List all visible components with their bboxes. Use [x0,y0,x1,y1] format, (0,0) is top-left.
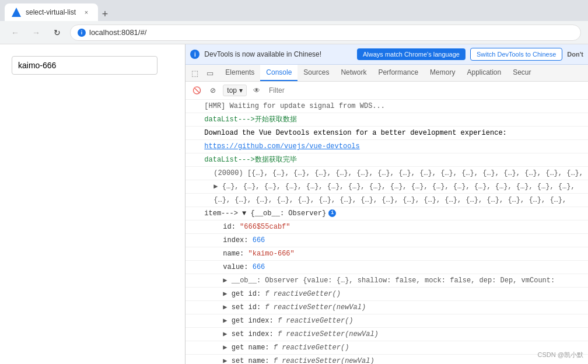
notif-text: DevTools is now available in Chinese! [204,50,352,58]
secure-icon: i [78,29,86,37]
back-button[interactable]: ← [7,24,23,41]
forward-button[interactable]: → [28,24,44,41]
tab-title: select-virtual-list [26,8,76,16]
tab-elements[interactable]: Elements [219,65,260,81]
console-toolbar: 🚫 ⊘ top ▾ 👁 [186,82,588,100]
tab-close-button[interactable]: × [82,8,91,17]
url-text: localhost:8081/#/ [89,28,146,37]
console-line: (20000) [{…}, {…}, {…}, {…}, {…}, {…}, {… [186,167,588,180]
tab-icon-group: ⬚ ▭ [188,65,217,81]
refresh-button[interactable]: ↻ [49,24,65,41]
console-line: {…}, {…}, {…}, {…}, {…}, {…}, {…}, {…}, … [186,194,588,207]
new-tab-button[interactable]: + [98,7,112,21]
search-input[interactable] [12,56,158,75]
switch-chinese-button[interactable]: Switch DevTools to Chinese [470,48,562,61]
console-line: name: "kaimo-666" [186,247,588,261]
console-line: Download the Vue Devtools extension for … [186,127,588,140]
console-line: ▶ get id: f reactiveGetter() [186,288,588,301]
tab-favicon [12,8,21,17]
devtools-tabs: ⬚ ▭ Elements Console Sources Network Per… [186,65,588,82]
console-line: ▶ set id: f reactiveSetter(newVal) [186,301,588,314]
inspect-element-icon[interactable]: ⬚ [188,66,202,80]
console-line: ▶ get index: f reactiveGetter() [186,314,588,328]
watermark: CSDN @凯小默 [538,351,583,359]
active-tab[interactable]: select-virtual-list × [5,4,98,21]
devtools-panel: i DevTools is now available in Chinese! … [186,44,588,364]
tab-network[interactable]: Network [335,65,372,81]
webpage-panel [0,44,186,364]
context-selector[interactable]: top ▾ [223,85,247,96]
console-output: [HMR] Waiting for update signal from WDS… [186,100,588,364]
console-line: dataList--->数据获取完毕 [186,153,588,167]
devtools-notification: i DevTools is now available in Chinese! … [186,44,588,65]
console-line: https://github.com/vuejs/vue-devtools [186,140,588,153]
context-dropdown-icon: ▾ [239,86,243,94]
notif-info-icon: i [190,50,200,59]
clear-console-icon[interactable]: 🚫 [190,84,203,97]
browser-titlebar: select-virtual-list × + [0,0,588,21]
eye-icon[interactable]: 👁 [250,84,263,97]
main-content: i DevTools is now available in Chinese! … [0,44,588,364]
console-line: ▶ __ob__: Observer {value: {…}, shallow:… [186,274,588,288]
console-line: item---> ▼ {__ob__: Observer}i [186,207,588,220]
tab-console[interactable]: Console [260,65,298,81]
console-line: value: 666 [186,261,588,274]
dismiss-button[interactable]: Don't [567,51,583,58]
tab-application[interactable]: Application [461,65,507,81]
console-line: [HMR] Waiting for update signal from WDS… [186,100,588,113]
secure-icon-letter: i [81,30,83,36]
url-bar[interactable]: i localhost:8081/#/ [70,24,581,41]
console-line: id: "666$55cabf" [186,220,588,234]
filter-icon[interactable]: ⊘ [206,84,219,97]
console-line: index: 666 [186,234,588,247]
console-line: ▶ {…}, {…}, {…}, {…}, {…}, {…}, {…}, {…}… [186,180,588,194]
address-bar: ← → ↻ i localhost:8081/#/ [0,21,588,44]
tab-performance[interactable]: Performance [372,65,424,81]
tab-security[interactable]: Secur [507,65,537,81]
console-line: ▶ set index: f reactiveSetter(newVal) [186,328,588,341]
tab-sources[interactable]: Sources [298,65,335,81]
console-line: ▶ get name: f reactiveGetter() [186,341,588,355]
console-line: dataList--->开始获取数据 [186,113,588,127]
filter-input[interactable] [267,85,583,96]
tab-strip: select-virtual-list × + [5,0,112,21]
tab-memory[interactable]: Memory [424,65,461,81]
device-toolbar-icon[interactable]: ▭ [203,66,217,80]
console-line: ▶ set name: f reactiveSetter(newVal) [186,355,588,364]
match-language-button[interactable]: Always match Chrome's language [357,48,466,60]
